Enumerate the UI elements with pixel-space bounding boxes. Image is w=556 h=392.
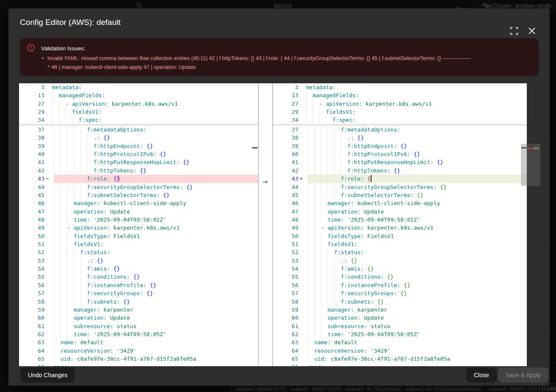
code-line[interactable]: 63name: default — [273, 338, 527, 346]
code-line[interactable]: 66spec: — [19, 363, 258, 366]
code-line[interactable]: 52f:status: — [19, 248, 258, 256]
yaml-key: f:securityGroups: — [341, 290, 397, 296]
sticky-context-line[interactable]: 13managedFields: — [273, 91, 527, 99]
code-line[interactable]: 40f:httpProtocolIPv6: {} — [19, 150, 258, 158]
code-line[interactable]: 58f:subnets: {} — [19, 298, 258, 306]
code-line[interactable]: 42f:httpTokens: {} — [273, 167, 527, 175]
indent-guide — [67, 208, 74, 216]
code-line[interactable]: 51fieldsV1: — [273, 240, 527, 248]
code-line[interactable]: 62time: '2025-09-04T09:58:05Z' — [19, 330, 258, 338]
code-line[interactable]: 65uid: c8afe97e-38cc-4f91-a767-d15f2a8fe… — [19, 355, 258, 363]
code-line[interactable]: 38.: {} — [273, 134, 527, 142]
code-line[interactable]: 39f:httpEndpoint: {} — [273, 142, 527, 150]
code-line[interactable]: 65uid: c8afe97e-38cc-4f91-a767-d15f2a8fe… — [273, 355, 527, 363]
sticky-context-line[interactable]: 34f:spec: — [19, 116, 258, 124]
revert-change-arrow-button[interactable]: → — [262, 178, 268, 186]
sticky-context-line[interactable]: 27- apiVersion: karpenter.k8s.aws/v1 — [273, 100, 527, 108]
yaml-diff-editor[interactable]: 37f:metadataOptions:38.: {}39f:httpEndpo… — [19, 82, 540, 366]
code-line[interactable]: 45f:subnetSelectorTerms: {} — [273, 191, 527, 199]
code-line[interactable]: 45f:subnetSelectorTerms: {} — [19, 191, 258, 199]
code-line[interactable]: 46manager: kubectl-client-side-apply — [273, 199, 527, 207]
code-line[interactable]: 59manager: karpenter — [19, 306, 258, 314]
indent-guide — [321, 265, 328, 273]
sticky-context-line[interactable]: 29fieldsV1: — [273, 108, 527, 116]
indent-guide — [61, 175, 67, 183]
code-line[interactable]: 40f:httpProtocolIPv6: {} — [273, 150, 527, 158]
sticky-context-line[interactable]: 34f:spec: — [273, 116, 527, 124]
sticky-context-line[interactable]: 3metadata: — [19, 83, 258, 91]
code-line[interactable]: 52f:status: — [273, 248, 527, 256]
code-line[interactable]: 39f:httpEndpoint: {} — [19, 142, 258, 150]
sticky-context-line[interactable]: 3metadata: — [273, 83, 527, 91]
code-line[interactable]: 61subresource: status — [273, 322, 527, 330]
brace: } — [186, 159, 190, 165]
code-line[interactable]: 48time: '2025-09-04T09:58:02Z' — [273, 216, 527, 224]
indent-guide — [308, 338, 314, 346]
brace: } — [417, 151, 420, 157]
indent-guide — [54, 142, 61, 150]
code-line[interactable]: 38.: {} — [19, 134, 258, 142]
code-line[interactable]: 48time: '2025-09-04T09:58:02Z' — [19, 216, 258, 224]
code-line[interactable]: 62time: '2025-09-04T09:58:05Z' — [273, 330, 527, 338]
indent-guide — [87, 134, 94, 142]
sticky-context-line[interactable]: 29fieldsV1: — [19, 108, 258, 116]
code-line[interactable]: 58f:subnets: {} — [273, 298, 527, 306]
code-line[interactable]: 37f:metadataOptions: — [273, 126, 527, 134]
code-line[interactable]: 49- apiVersion: karpenter.k8s.aws/v1 — [273, 224, 527, 232]
scrollbar-thumb[interactable] — [521, 144, 527, 186]
code-line[interactable]: 59manager: karpenter — [273, 306, 527, 314]
modified-scrollbar[interactable] — [521, 83, 527, 366]
code-line[interactable]: 61subresource: status — [19, 322, 258, 330]
code-line[interactable]: 47operation: Update — [19, 208, 258, 216]
code-line[interactable]: 66spec: — [273, 363, 527, 366]
code-line[interactable]: 44f:securityGroupSelectorTerms: {} — [273, 183, 527, 191]
code-line[interactable]: 56f:instanceProfile: {} — [19, 281, 258, 289]
indent-guide — [72, 116, 79, 124]
sticky-context-line[interactable]: 27- apiVersion: karpenter.k8s.aws/v1 — [19, 100, 258, 108]
indent-guide — [54, 298, 61, 306]
code-line[interactable]: 42f:httpTokens: {} — [19, 167, 258, 175]
code-line[interactable]: 60operation: Update — [19, 314, 258, 322]
close-dialog-button[interactable] — [526, 25, 537, 36]
code-line[interactable]: 49- apiVersion: karpenter.k8s.aws/v1 — [19, 224, 258, 232]
code-line[interactable]: 44f:securityGroupSelectorTerms: {} — [19, 183, 258, 191]
diff-marker — [298, 306, 308, 314]
fullscreen-button[interactable] — [509, 25, 520, 36]
code-line[interactable]: 55f:conditions: {} — [273, 273, 527, 281]
code-line[interactable]: 55f:conditions: {} — [19, 273, 258, 281]
code-line[interactable]: 41f:httpPutResponseHopLimit: {} — [19, 158, 258, 166]
code-line[interactable]: 47operation: Update — [273, 208, 527, 216]
original-code-pane[interactable]: 37f:metadataOptions:38.: {}39f:httpEndpo… — [19, 126, 258, 366]
line-number: 63 — [19, 338, 44, 346]
code-line[interactable]: 64resourceVersion: '3429' — [273, 347, 527, 355]
code-line[interactable]: 54f:amis: {} — [19, 265, 258, 273]
code-line[interactable]: 60operation: Update — [273, 314, 527, 322]
modified-code-pane[interactable]: 37f:metadataOptions:38.: {}39f:httpEndpo… — [273, 126, 527, 366]
close-button[interactable]: Close — [466, 367, 497, 383]
code-line[interactable]: 43−f:role: {} — [19, 175, 258, 183]
sticky-context-line[interactable]: 13managedFields: — [19, 91, 258, 99]
original-sticky-context: 3metadata:13managedFields:27- apiVersion… — [19, 83, 258, 124]
code-line[interactable]: 50fieldsType: FieldsV1 — [273, 232, 527, 240]
code-line[interactable]: 57f:securityGroups: {} — [273, 289, 527, 297]
code-line[interactable]: 43+f:role: { — [273, 175, 527, 183]
code-line[interactable]: 53.: {} — [273, 257, 527, 265]
indent-guide — [308, 216, 314, 224]
yaml-value: '2025-09-04T09:58:02Z' — [347, 217, 420, 223]
code-line[interactable]: 63name: default — [19, 338, 258, 346]
undo-changes-button[interactable]: Undo Changes — [20, 367, 75, 383]
code-line[interactable]: 57f:securityGroups: {} — [19, 289, 258, 297]
code-line[interactable]: 56f:instanceProfile: {} — [273, 281, 527, 289]
code-line[interactable]: 50fieldsType: FieldsV1 — [19, 232, 258, 240]
code-line[interactable]: 64resourceVersion: '3429' — [19, 347, 258, 355]
code-line[interactable]: 53.: {} — [19, 257, 258, 265]
indent-guide — [54, 216, 61, 224]
code-line[interactable]: 51fieldsV1: — [19, 240, 258, 248]
code-line[interactable]: 37f:metadataOptions: — [19, 126, 258, 134]
code-line[interactable]: 41f:httpPutResponseHopLimit: {} — [273, 158, 527, 166]
line-number: 40 — [19, 150, 44, 158]
code-line[interactable]: 54f:amis: {} — [273, 265, 527, 273]
code-line[interactable]: 46manager: kubectl-client-side-apply — [19, 199, 258, 207]
indent-guide — [308, 281, 314, 289]
save-apply-button[interactable]: Save & Apply — [498, 367, 548, 383]
